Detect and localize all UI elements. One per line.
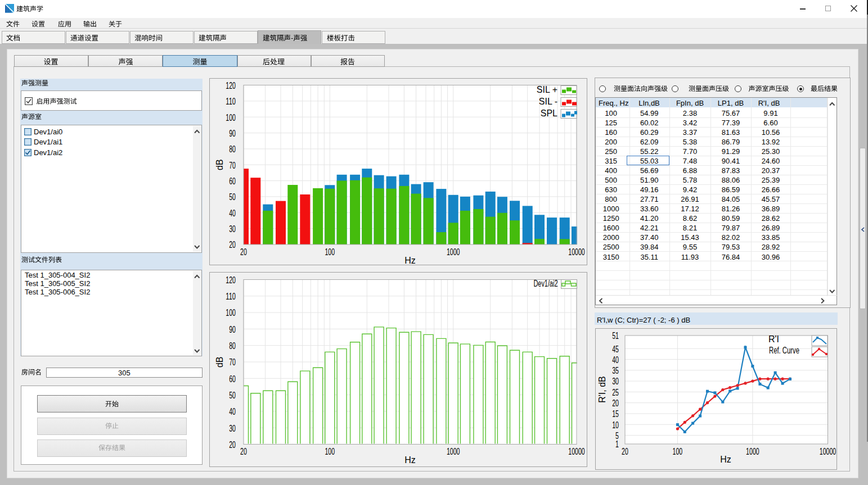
svg-text:1: 1 [615, 439, 619, 449]
svg-text:110: 110 [226, 292, 236, 301]
svg-text:100: 100 [673, 447, 683, 456]
svg-text:20: 20 [612, 398, 619, 408]
svg-text:20: 20 [229, 440, 236, 450]
svg-text:110: 110 [226, 97, 236, 106]
svg-text:100: 100 [325, 447, 335, 456]
svg-text:70: 70 [229, 357, 236, 367]
svg-text:80: 80 [229, 341, 236, 351]
svg-text:100: 100 [226, 113, 236, 123]
svg-text:1000: 1000 [447, 247, 460, 257]
svg-text:dB: dB [215, 159, 224, 170]
svg-text:100: 100 [226, 308, 236, 318]
svg-text:10000: 10000 [820, 447, 836, 456]
svg-text:R'I: R'I [768, 334, 779, 344]
svg-text:90: 90 [229, 325, 236, 334]
svg-text:120: 120 [226, 81, 236, 90]
svg-text:10: 10 [612, 420, 619, 430]
svg-text:60: 60 [229, 374, 236, 384]
svg-text:30: 30 [229, 224, 236, 234]
svg-text:30: 30 [612, 377, 619, 386]
svg-text:25: 25 [612, 388, 619, 397]
svg-text:SIL -: SIL - [539, 97, 557, 106]
svg-text:35: 35 [612, 366, 619, 375]
svg-text:20: 20 [240, 447, 247, 456]
svg-text:40: 40 [229, 407, 236, 416]
svg-text:10000: 10000 [568, 247, 585, 257]
svg-text:90: 90 [229, 129, 236, 138]
svg-text:dB: dB [215, 357, 224, 368]
svg-text:120: 120 [226, 275, 236, 285]
svg-text:Hz: Hz [720, 455, 731, 464]
svg-text:Ref. Curve: Ref. Curve [769, 346, 799, 355]
svg-text:80: 80 [229, 144, 236, 154]
svg-text:50: 50 [229, 391, 236, 400]
svg-text:20: 20 [240, 247, 247, 257]
svg-text:40: 40 [612, 355, 619, 365]
svg-text:1000: 1000 [746, 447, 759, 456]
svg-text:Dev1/ai2: Dev1/ai2 [534, 279, 558, 288]
svg-text:Hz: Hz [404, 455, 416, 465]
svg-text:60: 60 [229, 176, 236, 186]
svg-text:SPL: SPL [541, 108, 557, 118]
svg-text:15: 15 [612, 409, 619, 419]
svg-text:100: 100 [325, 247, 335, 257]
svg-text:SIL +: SIL + [537, 85, 557, 94]
svg-text:Hz: Hz [404, 256, 416, 265]
svg-text:50: 50 [229, 192, 236, 202]
svg-text:10000: 10000 [568, 447, 585, 456]
svg-text:R'I, dB: R'I, dB [597, 376, 607, 403]
svg-text:45: 45 [612, 345, 619, 354]
svg-text:20: 20 [622, 447, 628, 456]
svg-text:51: 51 [612, 331, 619, 341]
svg-text:5: 5 [615, 431, 619, 441]
svg-text:70: 70 [229, 161, 236, 170]
svg-text:20: 20 [229, 240, 236, 250]
svg-text:1000: 1000 [447, 447, 460, 456]
svg-text:30: 30 [229, 424, 236, 433]
svg-text:40: 40 [229, 208, 236, 218]
